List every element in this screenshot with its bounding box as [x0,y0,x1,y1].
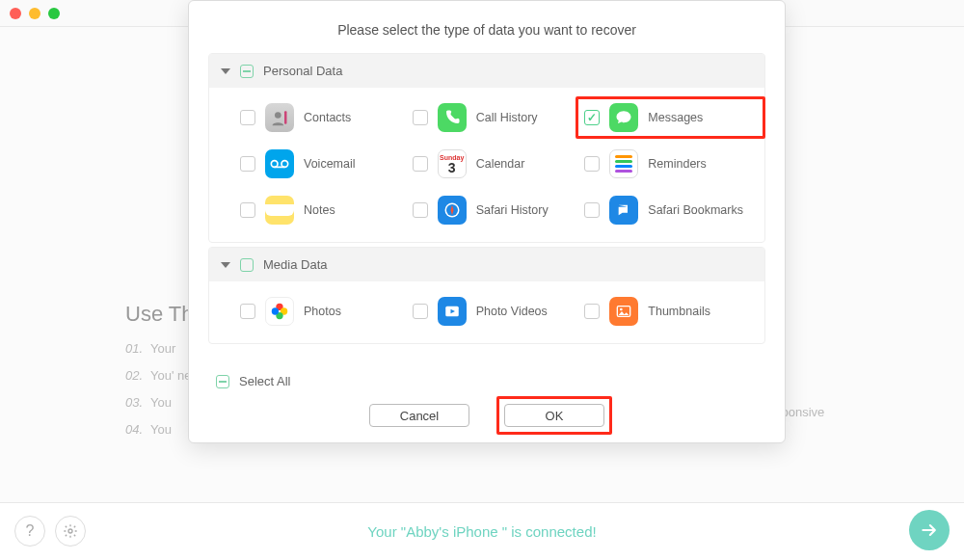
checkbox-contacts[interactable] [240,110,255,125]
bookmark-icon [609,196,638,225]
videos-icon [438,297,467,326]
data-type-safaribookmarks[interactable]: Safari Bookmarks [584,196,757,225]
cancel-button[interactable]: Cancel [369,404,469,427]
select-all-label: Select All [239,374,290,388]
label-photovideos: Photo Videos [476,305,548,318]
checkbox-safaribookmarks[interactable] [584,202,600,218]
checkbox-callhistory[interactable] [413,110,428,125]
data-group: Personal DataContactsCall HistoryMessage… [208,53,765,243]
select-all-checkbox[interactable] [216,375,229,388]
svg-rect-8 [284,111,287,123]
checkbox-thumbnails[interactable] [584,304,600,319]
label-safarihistory: Safari History [476,203,549,217]
safari-icon [438,196,467,225]
group-checkbox[interactable] [240,258,254,272]
data-type-thumbnails[interactable]: Thumbnails [584,297,757,326]
thumbs-icon [609,297,638,326]
modal-title: Please select the type of data you want … [189,1,785,53]
group-title: Personal Data [263,64,342,78]
call-icon [438,103,467,132]
close-window-button[interactable] [10,8,21,19]
label-thumbnails: Thumbnails [648,305,710,318]
group-title: Media Data [263,257,327,272]
label-reminders: Reminders [648,157,706,171]
label-contacts: Contacts [304,111,351,124]
label-calendar: Calendar [476,157,525,171]
group-body: ContactsCall HistoryMessagesVoicemailSun… [209,88,764,242]
checkbox-voicemail[interactable] [240,156,255,172]
data-type-reminders[interactable]: Reminders [584,149,757,178]
msg-icon [609,103,638,132]
group-header[interactable]: Personal Data [209,54,764,88]
voicemail-icon [265,149,294,178]
photos-icon [265,297,294,326]
data-type-calendar[interactable]: Sunday3Calendar [413,149,585,178]
chevron-down-icon [221,262,230,268]
help-button[interactable]: ? [14,516,45,547]
settings-button[interactable] [55,516,86,547]
data-type-contacts[interactable]: Contacts [240,103,413,132]
svg-point-10 [281,161,288,168]
label-safaribookmarks: Safari Bookmarks [648,203,743,217]
label-callhistory: Call History [476,111,538,124]
checkbox-photos[interactable] [240,304,255,319]
footer-bar: ? Your "Abby's iPhone " is connected! [0,502,964,560]
checkbox-safarihistory[interactable] [413,202,428,218]
label-photos: Photos [304,305,341,318]
group-header[interactable]: Media Data [209,248,764,281]
next-button[interactable] [909,510,950,550]
reminders-icon [609,149,638,178]
label-messages: Messages [648,111,703,124]
data-type-callhistory[interactable]: Call History [413,103,585,132]
checkbox-reminders[interactable] [584,156,600,172]
select-data-modal: Please select the type of data you want … [188,0,786,443]
svg-point-5 [68,529,72,533]
data-type-safarihistory[interactable]: Safari History [413,196,585,225]
modal-data-area: Personal DataContactsCall HistoryMessage… [189,53,785,366]
data-type-voicemail[interactable]: Voicemail [240,149,413,178]
svg-point-18 [272,307,279,314]
group-body: PhotosPhoto VideosThumbnails [209,281,764,343]
checkbox-photovideos[interactable] [413,304,428,319]
contacts-icon [265,103,294,132]
data-type-photos[interactable]: Photos [240,297,413,326]
calendar-icon: Sunday3 [438,149,467,178]
footer-status: Your "Abby's iPhone " is connected! [367,523,596,540]
highlight-messages: Messages [576,96,765,139]
ok-button[interactable]: OK [504,404,604,427]
checkbox-calendar[interactable] [413,156,428,172]
checkbox-notes[interactable] [240,202,255,218]
label-notes: Notes [304,203,335,217]
data-type-photovideos[interactable]: Photo Videos [413,297,585,326]
chevron-down-icon [221,68,230,74]
svg-point-22 [620,308,623,311]
notes-icon [265,196,294,225]
svg-point-7 [275,112,281,119]
data-group: Media DataPhotosPhoto VideosThumbnails [208,247,765,344]
label-voicemail: Voicemail [304,157,356,171]
minimize-window-button[interactable] [29,8,40,19]
data-type-notes[interactable]: Notes [240,196,413,225]
data-type-messages[interactable]: Messages [584,103,757,132]
checkbox-messages[interactable] [584,110,600,125]
svg-point-9 [271,161,278,168]
group-checkbox[interactable] [240,65,254,78]
zoom-window-button[interactable] [48,8,60,19]
